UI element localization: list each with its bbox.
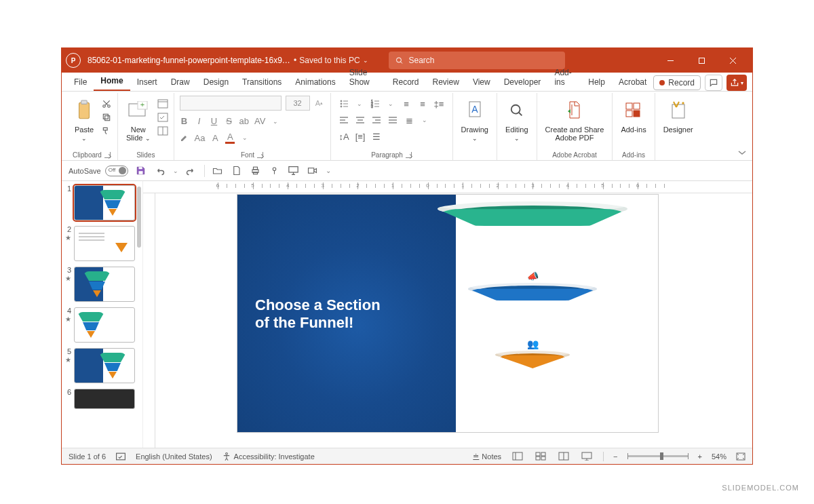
tab-review[interactable]: Review xyxy=(426,73,466,91)
tab-developer[interactable]: Developer xyxy=(497,73,548,91)
drawing-button[interactable]: A Drawing⌄ xyxy=(459,96,491,144)
tab-help[interactable]: Help xyxy=(581,73,612,91)
notes-button[interactable]: ≐Notes xyxy=(473,452,501,461)
line-spacing-icon[interactable]: ‡≡ xyxy=(433,98,444,109)
highlight-button[interactable] xyxy=(180,133,189,142)
present-icon[interactable] xyxy=(288,165,300,177)
tab-file[interactable]: File xyxy=(67,73,94,91)
quick-print-icon[interactable] xyxy=(250,165,262,177)
save-status[interactable]: • Saved to this PC ⌄ xyxy=(294,56,368,65)
zoom-in-button[interactable]: + xyxy=(698,452,702,461)
numbering-icon[interactable]: 123 xyxy=(370,98,381,109)
cameo-icon[interactable] xyxy=(307,165,319,177)
new-slide-button[interactable]: + New Slide ⌄ xyxy=(123,96,153,144)
shadow-button[interactable]: ab xyxy=(239,116,249,126)
thumbnail-6[interactable] xyxy=(74,389,135,409)
redo-icon[interactable] xyxy=(185,165,197,177)
char-spacing-button[interactable]: AV xyxy=(254,116,265,126)
language-status[interactable]: English (United States) xyxy=(136,452,212,461)
zoom-percentage[interactable]: 54% xyxy=(712,452,726,461)
section-icon[interactable] xyxy=(157,125,168,136)
search-input[interactable] xyxy=(409,56,558,65)
cut-icon[interactable] xyxy=(101,98,112,109)
bold-button[interactable]: B xyxy=(180,116,189,126)
autosave-toggle[interactable]: AutoSave Off xyxy=(69,166,128,176)
tab-transitions[interactable]: Transitions xyxy=(235,73,288,91)
tab-acrobat[interactable]: Acrobat xyxy=(612,73,653,91)
font-color-button[interactable]: A xyxy=(225,132,235,144)
copy-icon[interactable] xyxy=(101,112,112,123)
align-right-icon[interactable] xyxy=(371,115,382,125)
accessibility-status[interactable]: Accessibility: Investigate xyxy=(222,452,315,461)
smartart-icon[interactable]: ☰ xyxy=(371,131,382,142)
normal-view-icon[interactable] xyxy=(511,451,524,462)
italic-button[interactable]: I xyxy=(195,116,204,126)
bullets-icon[interactable] xyxy=(338,98,349,109)
comments-button[interactable] xyxy=(705,75,722,91)
font-family-selector[interactable] xyxy=(180,96,282,111)
qat-customize-icon[interactable]: ⌄ xyxy=(326,167,331,174)
indent-inc-icon[interactable]: ≡ xyxy=(417,98,428,109)
new-file-icon[interactable] xyxy=(231,165,243,177)
record-button[interactable]: Record xyxy=(653,75,701,90)
text-direction-icon[interactable]: ↕A xyxy=(338,131,349,142)
indent-dec-icon[interactable]: ≡ xyxy=(401,98,412,109)
layout-icon[interactable] xyxy=(157,98,168,109)
tab-add-ins[interactable]: Add-ins xyxy=(547,64,581,91)
align-center-icon[interactable] xyxy=(355,115,366,125)
tab-draw[interactable]: Draw xyxy=(164,73,197,91)
zoom-out-button[interactable]: − xyxy=(613,452,617,461)
fit-to-window-icon[interactable] xyxy=(736,452,745,461)
clear-format-button[interactable]: A xyxy=(210,133,220,143)
thumbnail-3[interactable] xyxy=(74,267,135,302)
editing-button[interactable]: Editing⌄ xyxy=(503,96,531,144)
adobe-pdf-button[interactable]: Create and Share Adobe PDF xyxy=(543,96,607,143)
align-left-icon[interactable] xyxy=(338,115,349,125)
underline-button[interactable]: U xyxy=(210,116,219,126)
strike-button[interactable]: S xyxy=(225,116,234,126)
tab-insert[interactable]: Insert xyxy=(130,73,164,91)
tab-home[interactable]: Home xyxy=(94,72,130,91)
reset-icon[interactable] xyxy=(157,112,168,123)
tab-view[interactable]: View xyxy=(466,73,497,91)
thumbnail-2[interactable] xyxy=(74,226,135,261)
slide-stage[interactable]: Choose a Sectionof the Funnel! Awareness… xyxy=(237,195,658,432)
font-launcher[interactable] xyxy=(257,152,263,158)
paragraph-launcher[interactable] xyxy=(406,152,412,158)
spellcheck-icon[interactable] xyxy=(115,452,126,461)
touch-mode-icon[interactable] xyxy=(269,165,281,177)
thumbnail-1[interactable] xyxy=(74,185,135,220)
addins-button[interactable]: Add-ins xyxy=(618,96,648,135)
align-text-icon[interactable]: [≡] xyxy=(355,131,366,142)
close-button[interactable] xyxy=(717,48,748,73)
clipboard-launcher[interactable] xyxy=(104,152,111,158)
reading-view-icon[interactable] xyxy=(557,451,570,462)
minimize-button[interactable] xyxy=(655,48,686,73)
maximize-button[interactable] xyxy=(686,48,717,73)
tab-design[interactable]: Design xyxy=(197,73,235,91)
change-case-button[interactable]: Aa xyxy=(195,133,206,143)
tab-slide-show[interactable]: Slide Show xyxy=(343,64,386,91)
undo-icon[interactable] xyxy=(154,165,166,177)
columns-icon[interactable]: ≣ xyxy=(404,115,414,125)
font-size-selector[interactable]: 32 xyxy=(286,96,310,111)
zoom-slider[interactable] xyxy=(627,455,689,457)
collapse-ribbon-icon[interactable] xyxy=(737,149,747,156)
tab-animations[interactable]: Animations xyxy=(288,73,342,91)
slide-canvas[interactable]: 6543210123456 Choose a Sectionof the Fun… xyxy=(143,181,752,448)
increase-font-icon[interactable]: A▴ xyxy=(314,98,325,109)
slideshow-view-icon[interactable] xyxy=(580,451,594,462)
designer-button[interactable]: Designer xyxy=(661,96,696,135)
search-box[interactable] xyxy=(389,52,565,69)
format-painter-icon[interactable] xyxy=(101,125,112,136)
save-icon[interactable] xyxy=(135,165,147,177)
thumbnail-4[interactable] xyxy=(74,307,135,343)
open-icon[interactable] xyxy=(212,165,224,177)
thumbnail-5[interactable] xyxy=(74,348,135,383)
slide-sorter-icon[interactable] xyxy=(534,451,547,462)
share-button[interactable]: ▾ xyxy=(726,75,747,91)
tab-record[interactable]: Record xyxy=(386,73,426,91)
slide-counter[interactable]: Slide 1 of 6 xyxy=(69,452,106,461)
paste-button[interactable]: Paste⌄ xyxy=(71,96,97,144)
justify-icon[interactable] xyxy=(387,115,398,125)
